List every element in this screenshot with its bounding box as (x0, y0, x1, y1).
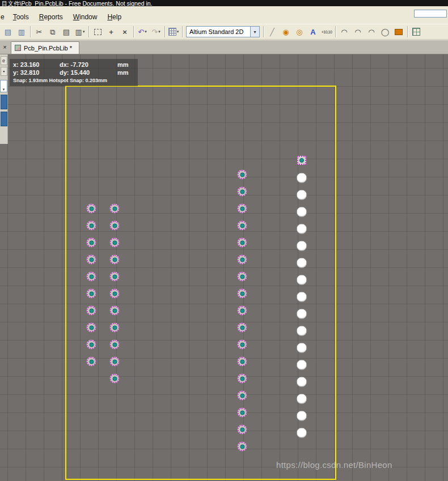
pad[interactable] (238, 170, 247, 180)
pad[interactable] (238, 425, 247, 435)
panel-tab-button[interactable]: e (1, 56, 7, 65)
pad[interactable] (297, 377, 307, 388)
pad[interactable] (297, 326, 307, 337)
pad[interactable] (238, 357, 247, 367)
pad[interactable] (238, 374, 247, 384)
pad[interactable] (110, 323, 120, 333)
panel-selected-item-1[interactable] (1, 95, 7, 109)
pad[interactable] (238, 187, 247, 197)
pad[interactable] (110, 255, 120, 265)
pad[interactable] (238, 255, 247, 265)
arc-center-icon[interactable]: ◠ (337, 25, 351, 39)
pad[interactable] (110, 272, 120, 282)
pad[interactable] (110, 306, 120, 316)
pad[interactable] (238, 306, 247, 316)
array-paste-icon (412, 28, 420, 36)
pad[interactable] (110, 340, 120, 350)
fill-icon[interactable] (392, 25, 405, 39)
menu-item-help[interactable]: Help (102, 11, 126, 23)
paste-icon[interactable]: ▤ (60, 25, 73, 39)
pad[interactable] (110, 221, 120, 231)
menu-item-window[interactable]: Window (68, 11, 103, 23)
pad[interactable] (297, 343, 307, 354)
menu-item-e[interactable]: e (0, 11, 8, 23)
pad[interactable] (297, 241, 307, 252)
pad[interactable] (110, 204, 120, 214)
line-icon[interactable]: ╱ (265, 25, 279, 39)
pad[interactable] (238, 238, 247, 248)
chevron-down-icon[interactable]: ▾ (177, 29, 179, 34)
pad[interactable] (110, 357, 120, 367)
redo-icon[interactable]: ↷▾ (149, 25, 163, 39)
quick-search-box[interactable] (414, 10, 447, 18)
view-configuration-combo[interactable]: Altium Standard 2D▾ (186, 26, 260, 37)
panel-icon-button[interactable]: ▪ (1, 67, 7, 76)
chevron-down-icon[interactable]: ▾ (145, 29, 147, 34)
pad[interactable] (87, 221, 96, 231)
pad[interactable] (297, 394, 307, 405)
pad[interactable] (87, 306, 96, 316)
menu-item-reports[interactable]: Reports (34, 11, 68, 23)
pad[interactable] (297, 275, 307, 286)
via-icon[interactable]: ◎ (293, 25, 306, 39)
pad[interactable] (110, 238, 120, 248)
pad[interactable] (87, 255, 96, 265)
pad[interactable] (297, 292, 307, 303)
cut-icon[interactable]: ✂ (32, 25, 46, 39)
pad[interactable] (297, 258, 307, 269)
pad[interactable] (297, 360, 307, 371)
new-document-icon[interactable]: ▤ (1, 25, 15, 39)
pad[interactable] (238, 323, 247, 333)
clear-selection-icon[interactable]: × (118, 25, 132, 39)
pcb-editor-canvas[interactable]: x: 23.160 dx: -7.720 mm y: 32.810 dy: 15… (0, 54, 448, 481)
panel-selected-item-2[interactable] (1, 112, 7, 126)
pad[interactable] (238, 442, 247, 452)
pad[interactable] (297, 224, 307, 235)
move-icon[interactable]: + (104, 25, 118, 39)
copy-icon[interactable]: ⧉ (46, 25, 60, 39)
pad[interactable] (297, 156, 306, 165)
pad[interactable] (238, 340, 247, 350)
pad[interactable] (87, 289, 96, 299)
open-document-icon[interactable]: ▥ (15, 25, 28, 39)
menu-item-tools[interactable]: Tools (8, 11, 34, 23)
pad[interactable] (238, 391, 247, 401)
panel-dropdown[interactable]: ▾ (0, 80, 7, 92)
pad[interactable] (87, 204, 96, 214)
string-icon[interactable]: A (306, 25, 320, 39)
pad[interactable] (238, 204, 247, 214)
arc-any-angle-icon[interactable]: ◠ (365, 25, 378, 39)
select-area-icon[interactable] (91, 25, 104, 39)
pad[interactable] (87, 357, 96, 367)
chevron-down-icon[interactable]: ▾ (83, 29, 85, 34)
document-tab[interactable]: Pcb_Pin.PcbLib * (11, 41, 79, 54)
coordinate-icon[interactable]: +10,10 (320, 25, 333, 39)
pad[interactable] (87, 340, 96, 350)
pad[interactable] (238, 221, 247, 231)
pad[interactable] (238, 272, 247, 282)
array-paste-icon[interactable] (409, 25, 423, 39)
arc-edge-icon[interactable]: ◠ (351, 25, 365, 39)
pad[interactable] (238, 289, 247, 299)
pad-icon[interactable]: ◉ (279, 25, 293, 39)
full-circle-icon[interactable]: ◯ (378, 25, 392, 39)
pad[interactable] (297, 411, 307, 422)
pad[interactable] (297, 190, 307, 201)
pad[interactable] (110, 289, 120, 299)
paste-special-icon[interactable]: ▥▾ (73, 25, 87, 39)
chevron-down-icon[interactable]: ▾ (250, 27, 259, 37)
component-outline[interactable] (65, 86, 336, 480)
pad[interactable] (297, 173, 307, 184)
pad[interactable] (87, 323, 96, 333)
pad[interactable] (110, 374, 120, 384)
grid-icon[interactable]: ▾ (167, 25, 180, 39)
pad[interactable] (238, 408, 247, 418)
pad[interactable] (87, 272, 96, 282)
pad[interactable] (297, 428, 307, 439)
chevron-down-icon[interactable]: ▾ (158, 29, 160, 34)
pad[interactable] (297, 207, 307, 218)
pad[interactable] (297, 309, 307, 320)
pad[interactable] (87, 238, 96, 248)
undo-icon[interactable]: ↶▾ (136, 25, 149, 39)
close-icon[interactable]: × (1, 42, 9, 52)
